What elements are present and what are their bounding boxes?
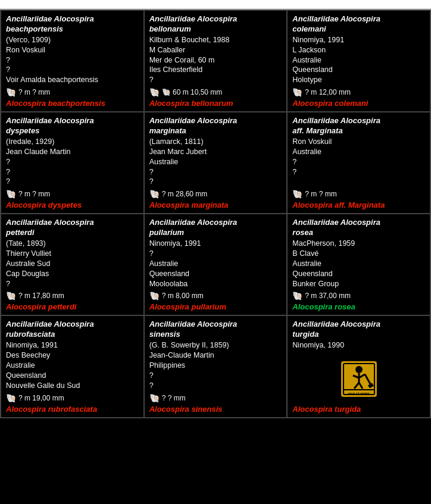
card-line: Voir Amalda beachportensis (6, 75, 139, 85)
card-line: ? (149, 249, 282, 259)
card-body-colemani: Ninomiya, 1991L JacksonAustralieQueensla… (292, 35, 425, 85)
card-line: ? (6, 279, 139, 289)
card-label-sinensis: Alocospira sinensis (149, 403, 282, 415)
card-body-aff-marginata: Ron VoskuilAustralie?? (292, 137, 425, 187)
card-line: Australie (6, 361, 139, 371)
footer-text: ? m ? mm (305, 190, 336, 198)
card-footer-beachportensis: 🐚? m ? mm (6, 87, 139, 97)
card-line: Holotype (292, 75, 425, 85)
card-line: M Caballer (149, 45, 282, 55)
card-line: (Tate, 1893) (6, 239, 139, 249)
card-line: ? (6, 65, 139, 75)
card-line: ? (6, 167, 139, 177)
card-line: ? (149, 75, 282, 85)
card-line: Nouvelle Galle du Sud (6, 381, 139, 391)
footer-text: ? m 12,00 mm (305, 88, 351, 96)
card-line: Mooloolaba (149, 279, 282, 289)
card-line: Australie Sud (6, 259, 139, 269)
card-dyspetes: Ancillariidae Alocospiradyspetes(Iredale… (1, 112, 143, 213)
card-line: Des Beechey (6, 350, 139, 361)
card-footer-rubrofasciata: 🐚? m 19,00 mm (6, 393, 139, 403)
card-footer-petterdi: 🐚? m 17,80 mm (6, 291, 139, 300)
card-aff-marginata: Ancillariidae Alocospiraaff. MarginataRo… (288, 112, 430, 213)
card-beachportensis: Ancillariidae Alocospirabeachportensis(V… (1, 11, 143, 111)
shell-icon: 🐚 (6, 393, 16, 403)
shell-icon: 🐚 (149, 393, 160, 403)
card-line: ? (6, 55, 139, 65)
card-line: ? (292, 157, 425, 167)
card-line: Ninomiya, 1990 (292, 340, 425, 350)
card-line: (G. B. Sowerby II, 1859) (149, 340, 282, 350)
card-title-turgida: Ancillariidae Alocospiraturgida (292, 320, 425, 340)
card-line: Ron Voskuil (292, 137, 425, 147)
card-rubrofasciata: Ancillariidae AlocospirarubrofasciataNin… (1, 316, 143, 417)
card-line: Ninomiya, 1991 (6, 340, 139, 350)
footer-text: ? m 17,80 mm (18, 292, 64, 300)
man-at-work-logo: MAN AT WORK (341, 361, 377, 397)
card-title-dyspetes: Ancillariidae Alocospiradyspetes (6, 116, 139, 136)
shell-icon: 🐚 (292, 87, 302, 97)
card-pullarium: Ancillariidae AlocospirapullariumNinomiy… (145, 214, 287, 315)
card-body-beachportensis: (Verco, 1909)Ron Voskuil??Voir Amalda be… (6, 35, 139, 85)
card-petterdi: Ancillariidae Alocospirapetterdi(Tate, 1… (1, 214, 143, 315)
footer-text: ? m ? mm (18, 190, 50, 198)
card-line: Bunker Group (292, 279, 425, 289)
card-body-bellonarum: Kilburn & Bouchet, 1988M CaballerMer de … (149, 35, 282, 85)
shell-icon: 🐚 (149, 291, 160, 300)
card-sinensis: Ancillariidae Alocospirasinensis(G. B. S… (145, 316, 287, 417)
shell-icon: 🐚 (6, 87, 16, 97)
card-line: Australie (292, 259, 425, 269)
card-footer-bellonarum: 🐚🐚 60 m 10,50 mm (149, 87, 282, 97)
card-line: L Jackson (292, 45, 425, 55)
shell-icon: 🐚 (6, 291, 16, 300)
card-line: ? (149, 167, 282, 177)
card-label-beachportensis: Alocospira beachportensis (6, 97, 139, 109)
card-label-pullarium: Alocospira pullarium (149, 300, 282, 312)
card-bellonarum: Ancillariidae AlocospirabellonarumKilbur… (145, 11, 287, 111)
card-turgida: Ancillariidae AlocospiraturgidaNinomiya,… (288, 316, 430, 417)
card-line: Thierry Vulliet (6, 249, 139, 259)
card-line: (Lamarck, 1811) (149, 137, 282, 147)
card-footer-marginata: 🐚? m 28,60 mm (149, 189, 282, 199)
card-body-pullarium: Ninomiya, 1991?AustralieQueenslandMooloo… (149, 239, 282, 289)
card-line: Iles Chesterfield (149, 65, 282, 75)
card-line: B Clavé (292, 249, 425, 259)
card-label-bellonarum: Alocospira bellonarum (149, 97, 282, 109)
footer-text: ? ? mm (162, 394, 186, 402)
card-line: Cap Douglas (6, 269, 139, 279)
card-line: ? (149, 381, 282, 391)
card-title-petterdi: Ancillariidae Alocospirapetterdi (6, 218, 139, 238)
card-line: ? (292, 167, 425, 177)
card-line: Australie (292, 55, 425, 65)
footer-text: ? m ? mm (18, 88, 50, 96)
card-label-turgida: Alocospira turgida (292, 403, 425, 415)
card-label-dyspetes: Alocospira dyspetes (6, 199, 139, 211)
card-body-rubrofasciata: Ninomiya, 1991Des BeecheyAustralieQueens… (6, 340, 139, 390)
card-grid: Ancillariidae Alocospirabeachportensis(V… (0, 10, 431, 418)
footer-text: ? m 8,00 mm (162, 292, 204, 300)
shell-icon: 🐚 (292, 291, 302, 300)
card-footer-colemani: 🐚? m 12,00 mm (292, 87, 425, 97)
footer-text: ? m 28,60 mm (162, 190, 208, 198)
card-title-pullarium: Ancillariidae Alocospirapullarium (149, 218, 282, 238)
card-line: Queensland (292, 65, 425, 75)
card-line: Australie (149, 259, 282, 269)
card-title-rosea: Ancillariidae Alocospirarosea (292, 218, 425, 238)
card-line: Jean Marc Jubert (149, 147, 282, 157)
shell-icon: 🐚 (149, 189, 160, 199)
card-footer-dyspetes: 🐚? m ? mm (6, 189, 139, 199)
card-rosea: Ancillariidae AlocospiraroseaMacPherson,… (288, 214, 430, 315)
card-line: (Iredale, 1929) (6, 137, 139, 147)
card-label-petterdi: Alocospira petterdi (6, 300, 139, 312)
card-body-dyspetes: (Iredale, 1929)Jean Claude Martin??? (6, 137, 139, 187)
card-body-sinensis: (G. B. Sowerby II, 1859)Jean-Claude Mart… (149, 340, 282, 390)
shell-icon: 🐚 (292, 189, 302, 199)
card-title-colemani: Ancillariidae Alocospiracolemani (292, 14, 425, 35)
svg-text:MAN AT WORK: MAN AT WORK (348, 392, 370, 396)
card-line: Jean Claude Martin (6, 147, 139, 157)
card-body-rosea: MacPherson, 1959B ClavéAustralieQueensla… (292, 239, 425, 289)
card-title-beachportensis: Ancillariidae Alocospirabeachportensis (6, 14, 139, 35)
card-line: Ninomiya, 1991 (149, 239, 282, 249)
footer-text: ? m 19,00 mm (18, 394, 64, 402)
footer-text: ? m 37,00 mm (305, 292, 351, 300)
